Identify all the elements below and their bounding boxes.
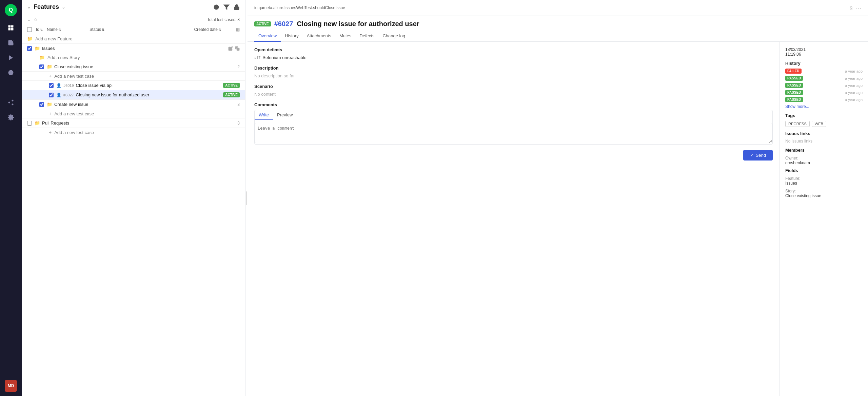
col-status[interactable]: Status ⇅ <box>90 27 104 32</box>
description-section: Description No description so far <box>254 65 773 78</box>
add-tc-input-3[interactable] <box>54 130 240 135</box>
detail-title: #6027 Closing new issue for authorized u… <box>274 20 861 28</box>
total-count: Total test cases: 8 <box>207 17 240 22</box>
create-new-checkbox[interactable] <box>39 102 44 107</box>
comment-input[interactable] <box>255 123 772 143</box>
comments-section: Comments Write Preview ✓ Send <box>254 102 773 161</box>
history-time-1: a year ago <box>845 69 863 73</box>
close-existing-checkbox[interactable] <box>39 64 44 69</box>
svg-marker-4 <box>9 55 13 60</box>
detail-issue-id: #6027 <box>274 20 293 27</box>
user-avatar[interactable]: MD <box>5 380 17 392</box>
testcase-6019[interactable]: 👤 #6019 Close issue via api ACTIVE <box>22 81 245 90</box>
tab-attachments[interactable]: Attachments <box>303 31 335 42</box>
no-issues-text: No issues links <box>785 139 863 144</box>
history-time-2: a year ago <box>845 76 863 80</box>
tab-defects[interactable]: Defects <box>355 31 378 42</box>
add-tc-input-1[interactable] <box>54 74 240 79</box>
defect-item: #17 Selenium unreachable <box>254 55 773 60</box>
description-text: No description so far <box>254 73 773 78</box>
fields-content: Feature: Issues Story: Close existing is… <box>785 176 863 198</box>
chevron-down-icon[interactable]: ⌄ <box>62 4 65 10</box>
scenario-section: Scenario No content <box>254 84 773 97</box>
plus-icon-2[interactable]: + <box>49 111 52 116</box>
star-icon[interactable]: ☆ <box>34 17 38 22</box>
send-button[interactable]: ✓ Send <box>743 150 773 161</box>
sidebar-item-dashboard[interactable] <box>5 22 17 34</box>
history-time-5: a year ago <box>845 98 863 102</box>
detail-date: 18/03/2021 11:19:06 <box>785 47 863 57</box>
story-value: Close existing issue <box>785 193 863 198</box>
right-panel: io.qameta.allure.IssuesWebTest.shouldClo… <box>248 0 868 396</box>
col-created-date[interactable]: Created date ⇅ <box>194 27 221 32</box>
history-status-4: PASSED <box>785 90 803 95</box>
add-story-input[interactable] <box>47 55 240 60</box>
svg-rect-3 <box>11 28 14 31</box>
pull-requests-checkbox[interactable] <box>27 121 32 126</box>
tc-6027-checkbox[interactable] <box>49 93 54 97</box>
scenario-text: No content <box>254 92 773 97</box>
col-name[interactable]: Name ⇅ <box>47 27 61 32</box>
add-tc-input-2[interactable] <box>54 111 240 116</box>
history-time-3: a year ago <box>845 83 863 88</box>
pull-requests-name: Pull Requests <box>42 120 235 126</box>
more-options-icon[interactable]: ⋯ <box>855 4 861 12</box>
issues-actions <box>228 46 240 51</box>
testcase-6027[interactable]: 👤 #6027 Closing new issue for authorized… <box>22 90 245 100</box>
history-title: History <box>785 61 863 66</box>
sort-date-icon[interactable]: ⇅ <box>218 28 221 32</box>
filter-icon[interactable] <box>223 4 230 10</box>
history-status-1: FAILED <box>785 69 802 74</box>
sidebar-item-testcases[interactable] <box>5 37 17 49</box>
tc-6019-checkbox[interactable] <box>49 83 54 88</box>
sort-status-icon[interactable]: ⇅ <box>102 28 104 32</box>
sidebar-item-reports[interactable] <box>5 81 17 94</box>
svg-marker-17 <box>224 5 229 10</box>
open-defects-title: Open defects <box>254 47 773 52</box>
col-id[interactable]: Id ⇅ <box>36 27 43 32</box>
select-all-checkbox[interactable] <box>27 27 32 32</box>
sidebar-item-settings[interactable] <box>5 111 17 124</box>
tab-changelog[interactable]: Change log <box>378 31 409 42</box>
comment-box: Write Preview <box>254 110 773 145</box>
person-icon-6019: 👤 <box>56 83 61 88</box>
comment-tab-write[interactable]: Write <box>255 110 273 120</box>
copy-columns-icon[interactable]: ▦ <box>236 27 240 32</box>
tab-history[interactable]: History <box>281 31 302 42</box>
detail-tabs: Overview History Attachments Mutes Defec… <box>248 31 868 42</box>
plus-icon-3[interactable]: + <box>49 130 52 135</box>
subgroup-name: Close existing issue <box>54 64 235 69</box>
issues-checkbox[interactable] <box>27 46 32 51</box>
add-story-row: 📁 <box>22 53 245 62</box>
sidebar-item-integrations[interactable] <box>5 96 17 109</box>
subgroup-create-name: Create new issue <box>54 102 235 107</box>
tab-mutes[interactable]: Mutes <box>335 31 355 42</box>
add-icon[interactable] <box>213 4 219 10</box>
lock-icon[interactable] <box>234 4 240 10</box>
comment-tab-preview[interactable]: Preview <box>273 110 297 120</box>
svg-line-12 <box>10 101 12 102</box>
edit-icon[interactable] <box>228 46 233 51</box>
plus-icon-1[interactable]: + <box>49 73 52 79</box>
person-icon-6027: 👤 <box>56 93 61 97</box>
app-logo: Q <box>5 4 17 16</box>
add-feature-input[interactable] <box>35 36 240 41</box>
sidebar-item-launches[interactable] <box>5 52 17 64</box>
sort-id-icon[interactable]: ⇅ <box>40 28 43 32</box>
history-status-2: PASSED <box>785 76 803 81</box>
history-item-4: PASSED a year ago <box>785 90 863 95</box>
history-item-3: PASSED a year ago <box>785 83 863 88</box>
history-time-4: a year ago <box>845 91 863 95</box>
show-more-link[interactable]: Show more... <box>785 104 863 109</box>
copy-row-icon[interactable] <box>235 46 240 51</box>
sort-name-icon[interactable]: ⇅ <box>58 28 61 32</box>
collapse-icon[interactable]: ⌄ <box>27 4 31 10</box>
folder-icon-story: 📁 <box>39 55 45 60</box>
tc-6019-status: ACTIVE <box>223 83 240 88</box>
tab-overview[interactable]: Overview <box>254 31 281 42</box>
scenario-title: Scenario <box>254 84 773 89</box>
group-pull-requests: 📁 Pull Requests 3 <box>22 118 245 128</box>
expand-all-icon[interactable]: ⌄ <box>27 17 31 22</box>
copy-path-icon[interactable]: ⎘ <box>850 5 852 11</box>
sidebar-item-defects[interactable] <box>5 67 17 79</box>
